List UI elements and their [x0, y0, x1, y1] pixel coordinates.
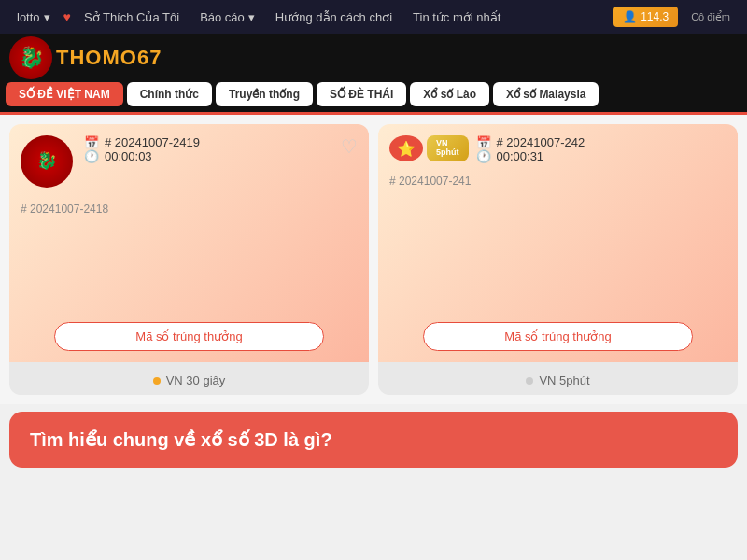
card-vn30s-draw-row: 📅 # 20241007-2419	[84, 135, 341, 149]
card-vn30s-logo: 🐉	[21, 135, 77, 191]
card-vn5m-timer-row: 🕐 00:00:31	[476, 149, 727, 163]
info-banner[interactable]: Tìm hiểu chung về xổ số 3D là gì?	[9, 412, 738, 468]
nav-right: 👤 114.3 Cô điểm	[613, 7, 738, 27]
card-vn5m-draw-row: 📅 # 20241007-242	[476, 135, 727, 149]
tab-lao[interactable]: Xổ số Lào	[410, 82, 489, 106]
card-vn5m-prev-draw: # 20241007-241	[389, 175, 726, 188]
baocao-label: Báo cáo	[200, 10, 245, 24]
card-vn5m-timer: 00:00:31	[497, 149, 544, 163]
card-vn5m: ⭐ VN5phút 📅 # 20241007-242 🕐 00:00:31	[378, 124, 738, 395]
user-icon: 👤	[623, 10, 637, 23]
info-banner-text: Tìm hiểu chung về xổ số 3D là gì?	[30, 428, 717, 451]
baocao-dropdown-icon: ▾	[248, 10, 255, 24]
card-vn5m-prize-button[interactable]: Mã số trúng thưởng	[423, 322, 693, 351]
card-vn5m-body: ⭐ VN5phút 📅 # 20241007-242 🕐 00:00:31	[378, 124, 738, 362]
clock-icon-2: 🕐	[476, 149, 491, 163]
card-vn30s-favorite-icon[interactable]: ♡	[341, 135, 358, 158]
card-vn5m-footer-label: VN 5phút	[539, 373, 589, 387]
card-vn30s-timer: 00:00:03	[105, 149, 152, 163]
card-vn30s-body: 🐉 📅 # 20241007-2419 🕐 00:00:03 ♡ # 20241…	[9, 124, 369, 362]
card-vn30s-footer-label: VN 30 giây	[166, 373, 226, 387]
tab-official[interactable]: Chính thức	[127, 82, 212, 106]
balance-button[interactable]: 👤 114.3	[613, 7, 678, 27]
balance-amount: 114.3	[641, 10, 669, 23]
heart-icon: ♥	[63, 9, 71, 24]
logo-area: 🐉 THOMO67	[9, 36, 162, 79]
favorites-label: Sở Thích Của Tôi	[84, 10, 179, 24]
calendar-icon-2: 📅	[476, 135, 491, 149]
tab-traditional[interactable]: Truyền thống	[216, 82, 313, 106]
tab-vn-sode[interactable]: SỐ ĐỀ VIỆT NAM	[6, 82, 123, 106]
calendar-icon-1: 📅	[84, 135, 99, 149]
lotto-label: lotto	[17, 10, 40, 24]
vn5-flag-badge: ⭐	[389, 135, 423, 161]
card-vn5m-logo: ⭐ VN5phút	[389, 135, 469, 161]
tabs-bar: SỐ ĐỀ VIỆT NAM Chính thức Truyền thống S…	[0, 82, 747, 115]
card-vn30s-draw-number: # 20241007-2419	[105, 135, 200, 149]
vn30-logo-badge: 🐉	[21, 135, 73, 188]
tab-malaysia[interactable]: Xổ số Malaysia	[493, 82, 599, 106]
card-vn5m-dot	[526, 377, 533, 385]
card-vn5m-info: 📅 # 20241007-242 🕐 00:00:31	[469, 135, 727, 163]
co-diem-label: Cô điểm	[684, 7, 738, 27]
card-vn30s-prev-draw: # 20241007-2418	[21, 203, 358, 216]
card-vn30s-dot	[153, 377, 161, 385]
logo-dragon-icon: 🐉	[9, 36, 52, 79]
lotto-dropdown-icon: ▾	[44, 10, 50, 24]
nav-lotto[interactable]: lotto ▾	[9, 7, 58, 28]
nav-baocao[interactable]: Báo cáo ▾	[192, 7, 262, 28]
vn5-ribbon: VN5phút	[427, 135, 469, 161]
card-vn30s-info: 📅 # 20241007-2419 🕐 00:00:03	[77, 135, 341, 163]
logo-bar: 🐉 THOMO67	[0, 34, 747, 82]
main-content: 🐉 📅 # 20241007-2419 🕐 00:00:03 ♡ # 20241…	[0, 115, 747, 404]
card-vn5m-footer: VN 5phút	[378, 362, 738, 395]
card-vn30s-timer-row: 🕐 00:00:03	[84, 149, 341, 163]
card-vn30s-footer: VN 30 giây	[9, 362, 369, 395]
tab-thai[interactable]: SỐ ĐÈ THÁI	[317, 82, 406, 106]
top-navigation: lotto ▾ ♥ Sở Thích Của Tôi Báo cáo ▾ Hướ…	[0, 0, 747, 34]
card-vn5m-header: ⭐ VN5phút 📅 # 20241007-242 🕐 00:00:31	[389, 135, 726, 163]
nav-guide[interactable]: Hướng dẫn cách chơi	[268, 7, 400, 28]
clock-icon-1: 🕐	[84, 149, 99, 163]
card-vn30s-header: 🐉 📅 # 20241007-2419 🕐 00:00:03 ♡	[21, 135, 358, 191]
card-vn30s: 🐉 📅 # 20241007-2419 🕐 00:00:03 ♡ # 20241…	[9, 124, 369, 395]
guide-label: Hướng dẫn cách chơi	[275, 10, 392, 24]
card-vn5m-draw-number: # 20241007-242	[497, 135, 585, 149]
nav-favorites[interactable]: Sở Thích Của Tôi	[77, 7, 187, 28]
logo-text: THOMO67	[56, 46, 162, 70]
news-label: Tin tức mới nhất	[413, 10, 500, 24]
card-vn30s-prize-button[interactable]: Mã số trúng thưởng	[54, 322, 324, 351]
nav-news[interactable]: Tin tức mới nhất	[405, 7, 508, 28]
